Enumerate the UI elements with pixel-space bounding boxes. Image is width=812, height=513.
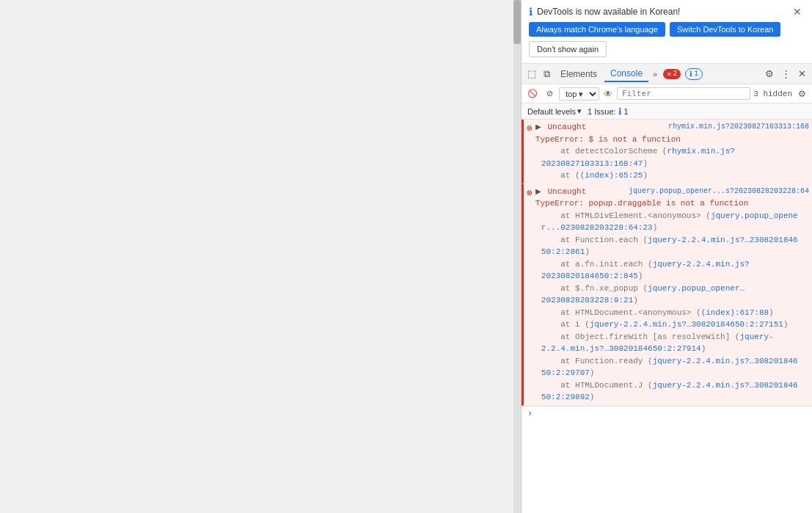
error-source-link-2[interactable]: jquery.popup_opener...s?20230828203228:6… <box>629 186 809 197</box>
error-expand-button-1[interactable]: ▶ <box>535 123 541 131</box>
default-levels-label: Default levels <box>527 107 576 116</box>
console-gear-icon: ⚙ <box>798 89 806 99</box>
prompt-chevron-icon: › <box>527 409 533 419</box>
issue-count: 1 <box>624 107 629 116</box>
error-desc-2: TypeError: popup.draggable is not a func… <box>535 197 809 210</box>
scrollbar-thumb[interactable] <box>513 0 521 44</box>
match-language-button[interactable]: Always match Chrome's language <box>529 22 665 37</box>
device-icon: ⧉ <box>544 68 550 80</box>
close-devtools-button[interactable]: ✕ <box>795 67 809 81</box>
notification-close-button[interactable]: ✕ <box>790 6 805 18</box>
switch-devtools-button[interactable]: Switch DevTools to Korean <box>670 22 780 37</box>
console-prompt-line: › <box>522 406 812 421</box>
console-error-entry-1: ⊗ ▶ Uncaught rhymix.min.js?2023082710331… <box>522 120 812 184</box>
error-stack-1: at detectColorScheme (rhymix.min.js?2023… <box>535 145 809 182</box>
stack-link-2d[interactable]: jquery.popup_opener…20230828203228:9:21 <box>541 284 745 305</box>
notification-title-row: ℹ DevTools is now available in Korean! ✕ <box>529 6 805 18</box>
stack-link-2g[interactable]: jquery-2.2.4.min.js?…30820184650:2:27914 <box>541 332 774 354</box>
notification-buttons-row: Always match Chrome's language Switch De… <box>529 22 805 57</box>
scrollbar-track <box>513 0 521 513</box>
inspect-icon: ⬚ <box>527 68 536 79</box>
stack-link-1b[interactable]: (index):65:25 <box>580 171 643 180</box>
issue-badge: 1 Issue: ℹ 1 <box>588 106 629 117</box>
error-stack-2: at HTMLDivElement.<anonymous> (jquery.po… <box>535 210 809 404</box>
close-icon: ✕ <box>798 68 806 79</box>
console-error-entry-2: ⊗ ▶ Uncaught jquery.popup_opener...s?202… <box>522 184 812 406</box>
devtools-toolbar: ⬚ ⧉ Elements Console » ✕ 2 ℹ 1 ⚙ ⋮ ✕ <box>522 64 812 84</box>
stack-link-2a[interactable]: jquery.popup_opene r...0230828203228:64:… <box>541 211 798 233</box>
error-uncaught-label-1: Uncaught <box>547 123 586 131</box>
error-title-line-2: ▶ Uncaught jquery.popup_opener...s?20230… <box>535 186 809 198</box>
error-uncaught-label-2: Uncaught <box>547 187 586 196</box>
error-source-link-1[interactable]: rhymix.min.js?20230827103313:168 <box>668 121 809 132</box>
more-options-icon: ⋮ <box>781 68 791 79</box>
console-output[interactable]: ⊗ ▶ Uncaught rhymix.min.js?2023082710331… <box>522 120 812 513</box>
inspect-element-button[interactable]: ⬚ <box>524 67 539 81</box>
tab-elements[interactable]: Elements <box>555 67 603 81</box>
warning-badge[interactable]: ℹ 1 <box>685 68 703 80</box>
device-toggle-button[interactable]: ⧉ <box>541 67 553 81</box>
settings-button[interactable]: ⚙ <box>762 67 777 81</box>
devtools-panel: ℹ DevTools is now available in Korean! ✕… <box>521 0 812 513</box>
error-content-2: ▶ Uncaught jquery.popup_opener...s?20230… <box>535 186 809 404</box>
error-circle-icon-2: ⊗ <box>527 186 533 201</box>
tab-console[interactable]: Console <box>604 66 648 82</box>
default-levels-bar: Default levels ▾ 1 Issue: ℹ 1 <box>522 103 812 120</box>
clear-icon: 🚫 <box>527 89 538 98</box>
default-levels-button[interactable]: Default levels ▾ <box>527 106 582 116</box>
info-icon: ℹ <box>529 6 533 18</box>
dont-show-again-button[interactable]: Don't show again <box>529 41 607 57</box>
issue-label: 1 Issue: <box>588 107 616 116</box>
warning-count: 1 <box>694 70 698 78</box>
issue-info-icon: ℹ <box>618 106 622 117</box>
hidden-count-badge: 3 hidden <box>753 90 792 98</box>
stack-link-1a[interactable]: rhymix.min.js?20230827103313:168:47 <box>541 147 735 168</box>
eye-icon: 👁 <box>604 89 612 99</box>
warning-icon: ℹ <box>690 70 692 79</box>
error-expand-button-2[interactable]: ▶ <box>535 187 541 195</box>
error-x-icon: ✕ <box>667 70 671 79</box>
notification-title-text: DevTools is now available in Korean! <box>537 7 680 17</box>
console-filter-bar: 🚫 ⊘ top ▾ 👁 3 hidden ⚙ <box>522 84 812 103</box>
stack-link-2c[interactable]: jquery-2.2.4.min.js?20230820184650:2:845 <box>541 260 750 281</box>
more-options-button[interactable]: ⋮ <box>778 67 794 81</box>
filter-toggle-button[interactable]: ⊘ <box>544 87 556 100</box>
stack-link-2b[interactable]: jquery-2.2.4.min.js?…2308201846 50:2:286… <box>541 236 798 257</box>
dropdown-chevron-icon: ▾ <box>577 106 582 116</box>
filter-icon: ⊘ <box>546 89 553 98</box>
notification-banner: ℹ DevTools is now available in Korean! ✕… <box>522 0 812 64</box>
stack-link-2e[interactable]: (index):617:88 <box>701 308 769 317</box>
error-circle-icon-1: ⊗ <box>527 122 533 137</box>
context-selector[interactable]: top ▾ <box>559 87 599 101</box>
stack-link-2i[interactable]: jquery-2.2.4.min.js?…308201846 50:2:2989… <box>541 381 798 402</box>
error-desc-1: TypeError: $ is not a function <box>535 134 809 146</box>
live-expression-button[interactable]: 👁 <box>602 87 614 101</box>
console-settings-button[interactable]: ⚙ <box>795 87 809 101</box>
clear-console-button[interactable]: 🚫 <box>524 87 541 100</box>
browser-content-area <box>0 0 521 513</box>
gear-icon: ⚙ <box>765 68 774 79</box>
tab-more-button[interactable]: » <box>650 68 660 81</box>
stack-link-2h[interactable]: jquery-2.2.4.min.js?…308201846 50:2:2970… <box>541 357 798 378</box>
stack-link-2f[interactable]: jquery-2.2.4.min.js?…30820184650:2:27151 <box>590 320 783 329</box>
error-title-line-1: ▶ Uncaught rhymix.min.js?20230827103313:… <box>535 121 809 134</box>
error-count: 2 <box>673 70 677 78</box>
error-badge[interactable]: ✕ 2 <box>663 69 681 79</box>
filter-input[interactable] <box>617 87 750 100</box>
error-content-1: ▶ Uncaught rhymix.min.js?20230827103313:… <box>535 121 809 182</box>
